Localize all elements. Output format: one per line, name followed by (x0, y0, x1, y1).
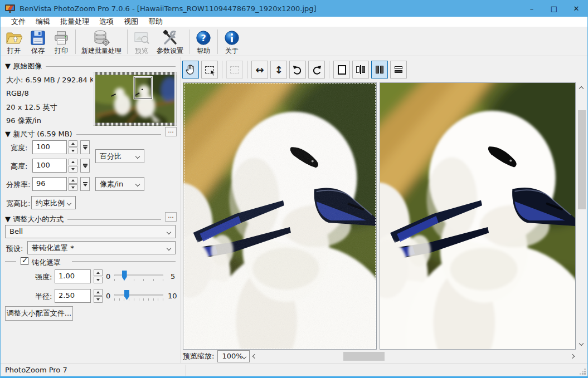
close-button[interactable]: ✕ (565, 0, 587, 17)
radius-stepper[interactable] (94, 289, 103, 303)
title-bar[interactable]: BenVista PhotoZoom Pro 7.0.6 - [HawaiiTe… (1, 0, 587, 17)
resize-method-more-button[interactable]: ... (165, 212, 177, 222)
about-button[interactable]: 关于 (220, 28, 244, 56)
new-size-section-header[interactable]: ▼ 新尺寸 (6.59 MB) (5, 129, 161, 139)
preview-vertical-scrollbar[interactable] (577, 82, 587, 350)
width-stepper[interactable] (69, 140, 77, 154)
menu-view[interactable]: 视图 (119, 17, 143, 27)
flip-vertical-icon: ↕ (274, 64, 283, 76)
resolution-stepper[interactable] (69, 177, 77, 191)
radius-min-label: 0 (106, 292, 110, 300)
unsharp-mask-label: 钝化遮罩 (32, 258, 61, 268)
view-single-button[interactable] (333, 61, 350, 78)
new-size-more-button[interactable]: ... (165, 127, 177, 136)
radius-max-label: 10 (168, 292, 177, 300)
width-input[interactable]: 100 (32, 140, 67, 154)
resolution-unit-combo[interactable]: 像素/in (95, 177, 144, 191)
preview-toolbar-separator (329, 61, 329, 78)
horizontal-scroll-thumb[interactable] (343, 352, 385, 361)
preview-zoom-combo[interactable]: 100% (217, 350, 250, 362)
original-image-section-header[interactable]: ▼ 原始图像 (5, 61, 176, 71)
settings-tools-icon (161, 29, 179, 47)
height-input[interactable]: 100 (32, 159, 67, 173)
width-reset-button[interactable] (80, 140, 90, 154)
settings-label: 参数设置 (157, 47, 183, 55)
new-size-header-label: ▼ 新尺寸 (6.59 MB) (5, 129, 72, 139)
radius-slider[interactable] (114, 289, 163, 303)
main-toolbar: 打开 保存 (1, 27, 587, 56)
scroll-right-icon[interactable] (570, 354, 575, 359)
menu-options[interactable]: 选项 (94, 17, 119, 27)
view-top-bottom-icon (395, 66, 402, 73)
view-split-button[interactable] (352, 61, 369, 78)
marquee-tool-button[interactable] (201, 61, 218, 78)
settings-sidebar: ▼ 原始图像 大小: 6.59 MB / 292.84 KB RGB/8 20 … (1, 57, 180, 363)
help-circle-icon: ? (195, 29, 212, 47)
width-up-icon[interactable] (69, 140, 77, 147)
menu-batch[interactable]: 批量处理 (55, 17, 94, 27)
resolution-up-icon[interactable] (69, 177, 77, 184)
resolution-input[interactable]: 96 (32, 177, 67, 191)
algorithm-combo[interactable]: Bell (5, 225, 176, 238)
preset-combo[interactable]: 带钝化遮罩 * (27, 241, 176, 254)
print-button[interactable]: 打印 (50, 28, 73, 56)
help-label: 帮助 (197, 47, 210, 55)
scroll-down-icon[interactable] (579, 341, 584, 346)
rotate-left-button[interactable] (289, 61, 306, 78)
radius-down-icon[interactable] (94, 296, 103, 303)
navigator-thumbnail[interactable] (93, 72, 177, 126)
view-split-icon (356, 66, 366, 73)
minimize-button[interactable]: – (521, 0, 543, 17)
unsharp-mask-checkbox[interactable] (21, 257, 28, 265)
radius-up-icon[interactable] (94, 289, 103, 296)
flip-horizontal-button[interactable]: ↔ (251, 61, 268, 78)
info-circle-icon (223, 29, 240, 47)
open-folder-icon (5, 29, 23, 47)
strength-down-icon[interactable] (94, 277, 103, 283)
save-button[interactable]: 保存 (26, 28, 50, 56)
resize-profiles-button[interactable]: 调整大小配置文件... (5, 306, 73, 321)
view-top-bottom-button[interactable] (390, 61, 407, 78)
rotate-right-button[interactable] (308, 61, 325, 78)
width-down-icon[interactable] (69, 148, 77, 154)
height-stepper[interactable] (69, 159, 77, 173)
settings-button[interactable]: 参数设置 (153, 28, 187, 56)
strength-input[interactable]: 1.00 (55, 269, 91, 283)
help-button[interactable]: ? 帮助 (192, 28, 215, 56)
resolution-down-icon[interactable] (69, 184, 77, 191)
view-side-by-side-button[interactable] (371, 61, 388, 78)
radius-input[interactable]: 2.50 (55, 289, 91, 303)
strength-up-icon[interactable] (94, 269, 103, 276)
vertical-scroll-thumb[interactable] (578, 110, 586, 209)
scroll-left-icon[interactable] (252, 354, 257, 359)
height-reset-button[interactable] (80, 159, 90, 173)
menu-edit[interactable]: 编辑 (31, 17, 55, 27)
menu-file[interactable]: 文件 (6, 17, 31, 27)
menu-help[interactable]: 帮助 (143, 17, 168, 27)
chevron-down-icon (167, 230, 171, 234)
strength-slider[interactable] (114, 269, 163, 283)
open-button[interactable]: 打开 (2, 28, 26, 56)
new-batch-button[interactable]: 新建批量处理 (78, 28, 125, 56)
strength-stepper[interactable] (94, 269, 103, 283)
flip-vertical-button[interactable]: ↕ (270, 61, 287, 78)
printer-icon (53, 29, 70, 47)
aspect-ratio-label: 宽高比: (6, 199, 30, 209)
width-label: 宽度: (11, 143, 27, 153)
scroll-up-icon[interactable] (579, 86, 584, 91)
aspect-ratio-combo[interactable]: 约束比例 (31, 196, 76, 209)
preview-zoom-value: 100% (222, 352, 242, 360)
strength-min-label: 0 (106, 272, 110, 281)
resize-method-section-header[interactable]: ▼ 调整大小的方式 (5, 214, 161, 224)
preview-pane-original[interactable] (183, 82, 377, 350)
preview-pane-resized[interactable] (380, 82, 576, 350)
resize-grip[interactable] (584, 373, 586, 375)
size-unit-combo[interactable]: 百分比 (95, 149, 144, 163)
height-down-icon[interactable] (69, 166, 77, 173)
height-up-icon[interactable] (69, 159, 77, 165)
save-label: 保存 (31, 47, 45, 55)
hand-tool-button[interactable] (182, 61, 199, 78)
rotate-right-icon (311, 64, 322, 75)
resolution-reset-button[interactable] (80, 177, 90, 191)
maximize-button[interactable]: □ (543, 0, 565, 17)
